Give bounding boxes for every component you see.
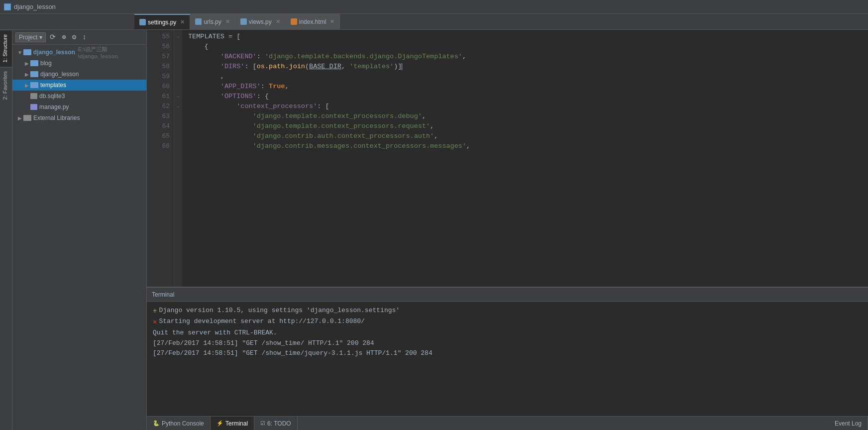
fold-55[interactable]: – [174, 32, 182, 42]
fold-56 [174, 42, 182, 52]
chevron-down-icon: ▾ [39, 34, 42, 41]
fold-58 [174, 62, 182, 72]
code-line-56: { [188, 42, 868, 52]
blog-arrow: ▶ [23, 61, 30, 66]
tree-item-blog[interactable]: ▶ blog [12, 58, 146, 69]
line-num-64: 64 [151, 121, 170, 131]
tree-root-arrow: ▼ [16, 50, 23, 55]
fold-64 [174, 121, 182, 131]
tab-label-1: urls.py [204, 18, 221, 25]
db-label: db.sqlite3 [39, 93, 65, 100]
root-folder-icon [23, 49, 31, 55]
terminal-tab-label: Terminal [225, 420, 248, 427]
code-line-59: , [188, 72, 868, 82]
code-content: 55 56 57 58 59 60 61 62 63 64 65 66 – [147, 30, 868, 287]
title-bar: django_lesson [0, 0, 868, 14]
code-line-62: 'context_processors' : [ [188, 102, 868, 111]
terminal-line-1: + Django version 1.10.5, using settings … [153, 306, 862, 317]
terminal-line-5: [27/Feb/2017 14:58:51] "GET /show_time/j… [153, 348, 862, 359]
fold-65 [174, 131, 182, 141]
terminal-text-3: Quit the server with CTRL-BREAK. [153, 328, 277, 338]
blog-folder-icon [30, 60, 38, 66]
line-num-55: 55 [151, 32, 170, 42]
django-lesson-arrow: ▶ [23, 72, 30, 77]
terminal-title: Terminal [152, 291, 174, 298]
tab-close-1[interactable]: ✕ [225, 18, 230, 25]
editor-tab-indexhtml[interactable]: index.html✕ [286, 14, 340, 29]
line-num-60: 60 [151, 82, 170, 92]
bottom-tab-python-console[interactable]: 🐍 Python Console [147, 417, 211, 430]
editor-tab-viewspy[interactable]: views.py✕ [235, 14, 286, 29]
external-folder-icon [23, 115, 31, 121]
terminal-icon: ⚡ [217, 420, 223, 427]
project-dropdown[interactable]: Project ▾ [15, 32, 46, 42]
fold-62[interactable]: – [174, 102, 182, 111]
tab-close-2[interactable]: ✕ [276, 18, 280, 25]
editor-tab-urlspy[interactable]: urls.py✕ [190, 14, 235, 29]
code-line-64: 'django.template.context_processors.requ… [188, 121, 868, 131]
sidebar-tab-favorites[interactable]: 2: Favorites [0, 67, 12, 104]
terminal-text-2: Starting development server at http://12… [159, 317, 364, 327]
tab-icon-0 [139, 19, 146, 25]
todo-icon: ☑ [260, 420, 265, 427]
terminal-body[interactable]: + Django version 1.10.5, using settings … [147, 302, 868, 416]
manage-label: manage.py [39, 104, 69, 110]
terminal-line-2: ✕ Starting development server at http://… [153, 317, 862, 327]
tree-item-django-lesson[interactable]: ▶ django_lesson [12, 69, 146, 80]
code-line-57: 'BACKEND' : 'django.template.backends.dj… [188, 52, 868, 62]
tree-item-external-libs[interactable]: ▶ External Libraries [12, 112, 146, 123]
tab-icon-3 [291, 18, 297, 25]
gear-icon[interactable]: ⚙ [70, 32, 78, 42]
crosshair-icon[interactable]: ⊕ [60, 32, 68, 42]
code-lines[interactable]: TEMPLATES = [ { 'BACKEND' : 'django.temp… [182, 30, 868, 287]
editor-tab-settingspy[interactable]: settings.py✕ [134, 14, 190, 29]
db-file-icon [30, 93, 37, 99]
root-label: django_lesson [33, 49, 75, 56]
terminal-x-icon: ✕ [153, 317, 157, 327]
blog-label: blog [40, 60, 52, 67]
code-line-65: 'django.contrib.auth.context_processors.… [188, 131, 868, 141]
terminal-text-1: Django version 1.10.5, using settings 'd… [159, 306, 400, 316]
tree-item-manage-py[interactable]: manage.py [12, 102, 146, 112]
manage-arrow [23, 105, 30, 110]
sidebar-vertical-tabs: 1: Structure 2: Favorites [0, 30, 12, 430]
fold-gutter: – – – [174, 30, 182, 287]
tree-item-templates[interactable]: ▶ templates [12, 80, 146, 91]
code-line-58: 'DIRS' : [ os.path.join ( BASE_DIR , 'te… [188, 62, 868, 72]
tab-icon-1 [195, 18, 202, 25]
fold-61[interactable]: – [174, 92, 182, 102]
sidebar-tab-project[interactable]: 1: Structure [0, 30, 12, 67]
tab-close-3[interactable]: ✕ [330, 18, 334, 25]
terminal-plus-icon: + [153, 306, 157, 317]
tree-item-db-sqlite3[interactable]: db.sqlite3 [12, 91, 146, 102]
templates-folder-icon [30, 82, 38, 88]
fold-59 [174, 72, 182, 82]
code-line-63: 'django.template.context_processors.debu… [188, 111, 868, 121]
tree-root[interactable]: ▼ django_lesson E:\说产三期\django_lesson [12, 47, 146, 58]
sync-icon[interactable]: ⟳ [48, 32, 58, 42]
code-line-55: TEMPLATES = [ [188, 32, 868, 42]
folder-icon [4, 3, 11, 10]
bottom-tab-event-log[interactable]: Event Log [829, 417, 868, 430]
editor-area: 55 56 57 58 59 60 61 62 63 64 65 66 – [147, 30, 868, 287]
project-tree: ▼ django_lesson E:\说产三期\django_lesson ▶ … [12, 45, 146, 430]
bottom-tab-todo[interactable]: ☑ 6: TODO [254, 417, 298, 430]
sort-icon[interactable]: ↕ [80, 32, 88, 42]
line-num-61: 61 [151, 92, 170, 102]
terminal-section: Terminal + Django version 1.10.5, using … [147, 287, 868, 416]
fold-63 [174, 111, 182, 121]
db-arrow [23, 94, 30, 99]
line-num-58: 58 [151, 62, 170, 72]
external-arrow: ▶ [16, 115, 23, 121]
code-line-61: 'OPTIONS' : { [188, 92, 868, 102]
line-num-56: 56 [151, 42, 170, 52]
python-console-icon: 🐍 [153, 420, 160, 427]
line-num-63: 63 [151, 111, 170, 121]
line-num-59: 59 [151, 72, 170, 82]
code-line-66: 'django.contrib.messages.context_process… [188, 141, 868, 151]
line-num-57: 57 [151, 52, 170, 62]
tab-close-0[interactable]: ✕ [180, 19, 185, 25]
project-toolbar: Project ▾ ⟳ ⊕ ⚙ ↕ [12, 30, 146, 45]
terminal-header: Terminal [147, 288, 868, 302]
bottom-tab-terminal[interactable]: ⚡ Terminal [211, 417, 254, 430]
